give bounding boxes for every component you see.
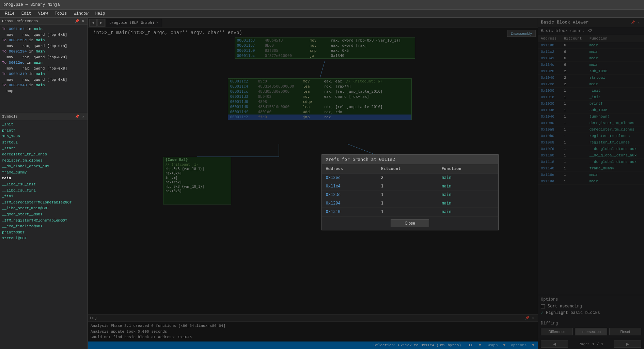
symbol-item[interactable]: deregister_tm_clones	[2, 152, 85, 158]
modal-hitcount: 2	[377, 173, 438, 182]
symbol-item[interactable]: strtoul@GOT	[2, 236, 85, 242]
modal-table-row[interactable]: 0x12ec 2 main	[322, 173, 498, 182]
modal-addr: 0x1310	[322, 207, 377, 216]
symbol-item[interactable]: strtoul	[2, 140, 85, 146]
symbols-content: _initprintfsub_1036strtoul_startderegist…	[0, 120, 88, 348]
modal-hitcount: 1	[377, 182, 438, 190]
menu-help[interactable]: Help	[92, 11, 109, 17]
modal-hitcount: 1	[377, 199, 438, 207]
modal-addr: 0x123c	[322, 190, 377, 199]
modal-header: Xrefs for branch at 0x11e2	[322, 155, 498, 164]
symbol-item[interactable]: __do_global_dtors_aux	[2, 164, 85, 170]
cross-refs-title: Cross References	[2, 19, 38, 23]
symbol-item[interactable]: register_tm_clones	[2, 158, 85, 164]
modal-func: main	[438, 199, 498, 207]
modal-addr: 0x1294	[322, 199, 377, 207]
symbol-item[interactable]: _ITM_registerTMCloneTable@GOT	[2, 218, 85, 224]
cross-refs-pin-icon[interactable]: 📌	[75, 19, 79, 24]
modal-col-hitcount: Hitcount	[377, 164, 438, 173]
symbol-item[interactable]: main	[2, 176, 85, 182]
modal-hitcount: 1	[377, 190, 438, 199]
modal-table-row[interactable]: 0x123c 1 main	[322, 190, 498, 199]
modal-func: main	[438, 182, 498, 190]
modal-func: main	[438, 173, 498, 182]
symbol-item[interactable]: sub_1036	[2, 134, 85, 140]
symbol-item[interactable]: printf@GOT	[2, 230, 85, 236]
menubar: File Edit View Tools Window Help	[0, 10, 644, 18]
symbol-item[interactable]: __cxa_finalize@GOT	[2, 224, 85, 230]
menu-edit[interactable]: Edit	[18, 11, 35, 17]
symbol-item[interactable]: frame_dummy	[2, 170, 85, 176]
cross-refs-content: To 00011e4 in main mov rax, qword [rbp-0…	[0, 25, 88, 112]
xrefs-modal: Xrefs for branch at 0x11e2 Address Hitco…	[321, 154, 499, 230]
symbol-item[interactable]: __libc_csu_fini	[2, 188, 85, 194]
modal-close-button[interactable]: Close	[391, 219, 429, 227]
menu-window[interactable]: Window	[70, 11, 92, 17]
modal-col-addr: Address	[322, 164, 377, 173]
modal-func: main	[438, 190, 498, 199]
symbols-title: Symbols	[2, 115, 18, 119]
modal-func: main	[438, 207, 498, 216]
modal-table-row[interactable]: 0x1310 1 main	[322, 207, 498, 216]
modal-hitcount: 1	[377, 207, 438, 216]
modal-table-row[interactable]: 0x1294 1 main	[322, 199, 498, 207]
symbol-item[interactable]: printf	[2, 128, 85, 134]
modal-table-row[interactable]: 0x11e4 1 main	[322, 182, 498, 190]
menu-file[interactable]: File	[1, 11, 18, 17]
symbol-item[interactable]: __libc_csu_init	[2, 182, 85, 188]
symbols-pin-icon[interactable]: 📌	[75, 114, 79, 119]
symbol-item[interactable]: __gmon_start__@GOT	[2, 212, 85, 218]
menu-view[interactable]: View	[35, 11, 51, 17]
symbol-item[interactable]: _fini	[2, 194, 85, 200]
symbol-item[interactable]: __libc_start_main@GOT	[2, 206, 85, 212]
title-text: prog.pie — Binary Ninja	[3, 2, 60, 7]
modal-addr: 0x11e4	[322, 182, 377, 190]
menu-tools[interactable]: Tools	[51, 11, 70, 17]
symbol-item[interactable]: _init	[2, 122, 85, 128]
titlebar: prog.pie — Binary Ninja	[0, 0, 644, 10]
symbols-close-icon[interactable]: ✕	[81, 114, 85, 119]
modal-col-func: Function	[438, 164, 498, 173]
modal-overlay: Xrefs for branch at 0x11e2 Address Hitco…	[88, 18, 538, 349]
modal-table: Address Hitcount Function 0x12ec 2 main0…	[322, 164, 498, 216]
symbols-header: Symbols 📌 ✕	[0, 113, 88, 120]
symbol-item[interactable]: _start	[2, 146, 85, 152]
symbol-item[interactable]: _ITM_deregisterTMCloneTable@GOT	[2, 200, 85, 206]
cross-refs-close-icon[interactable]: ✕	[81, 19, 85, 24]
modal-addr: 0x12ec	[322, 173, 377, 182]
cross-refs-header: Cross References 📌 ✕	[0, 18, 88, 25]
